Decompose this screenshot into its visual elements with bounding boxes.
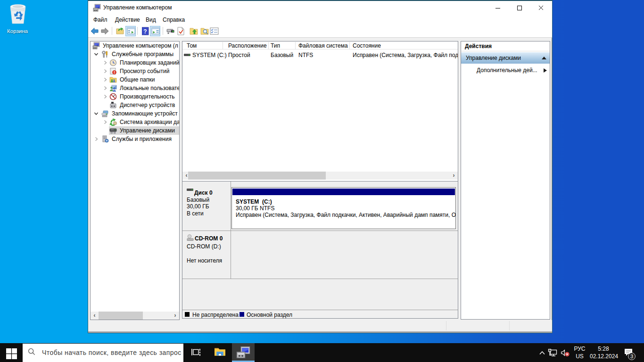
svg-text:?: ?: [143, 28, 147, 35]
